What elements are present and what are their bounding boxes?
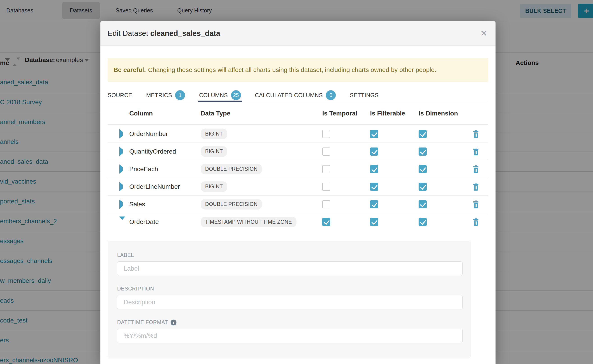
column-header: Column bbox=[129, 110, 201, 117]
modal-title-dataset-name: cleaned_sales_data bbox=[150, 29, 220, 38]
is-temporal-checkbox[interactable] bbox=[322, 165, 330, 173]
delete-column-icon[interactable] bbox=[473, 201, 488, 208]
data-type-pill: DOUBLE PRECISION bbox=[201, 199, 262, 209]
is-filterable-checkbox[interactable] bbox=[370, 130, 378, 138]
label-field-label: LABEL bbox=[117, 252, 463, 258]
is-filterable-header: Is Filterable bbox=[370, 110, 419, 117]
delete-column-icon[interactable] bbox=[473, 218, 488, 226]
table-row: Sales DOUBLE PRECISION bbox=[108, 195, 488, 213]
edit-dataset-modal: Edit Dataset cleaned_sales_data ✕ Be car… bbox=[100, 21, 495, 364]
is-temporal-checkbox[interactable] bbox=[322, 183, 330, 191]
tab-columns[interactable]: COLUMNS 25 bbox=[199, 89, 241, 102]
column-name: OrderNumber bbox=[129, 130, 201, 137]
table-row: OrderNumber BIGINT bbox=[108, 125, 488, 143]
tab-settings[interactable]: SETTINGS bbox=[350, 89, 378, 102]
modal-title-prefix: Edit Dataset bbox=[108, 29, 150, 38]
close-icon[interactable]: ✕ bbox=[479, 28, 488, 39]
modal-header: Edit Dataset cleaned_sales_data ✕ bbox=[100, 21, 495, 46]
table-row: OrderLineNumber BIGINT bbox=[108, 178, 488, 195]
expand-caret-icon[interactable] bbox=[119, 167, 123, 171]
is-dimension-header: Is Dimension bbox=[419, 110, 466, 117]
data-type-pill: BIGINT bbox=[201, 146, 227, 157]
columns-table: Column Data Type Is Temporal Is Filterab… bbox=[108, 102, 488, 231]
data-type-pill: BIGINT bbox=[201, 129, 227, 139]
tab-metrics[interactable]: METRICS 1 bbox=[146, 89, 185, 102]
table-row-expanded: OrderDate TIMESTAMP WITHOUT TIME ZONE bbox=[108, 213, 488, 231]
description-input[interactable] bbox=[117, 295, 463, 309]
label-text: DATETIME FORMAT bbox=[117, 319, 168, 325]
tab-label: COLUMNS bbox=[199, 92, 228, 98]
delete-column-icon[interactable] bbox=[473, 148, 488, 155]
label-input[interactable] bbox=[117, 261, 463, 276]
column-name: QuantityOrdered bbox=[129, 148, 201, 155]
tab-label: METRICS bbox=[146, 92, 172, 98]
data-type-pill: BIGINT bbox=[201, 181, 227, 192]
is-dimension-checkbox[interactable] bbox=[419, 165, 427, 173]
is-dimension-checkbox[interactable] bbox=[419, 183, 427, 191]
delete-column-icon[interactable] bbox=[473, 165, 488, 173]
columns-table-header: Column Data Type Is Temporal Is Filterab… bbox=[108, 102, 488, 125]
is-filterable-checkbox[interactable] bbox=[370, 165, 378, 173]
is-dimension-checkbox[interactable] bbox=[419, 130, 427, 138]
tab-label: CALCULATED COLUMNS bbox=[255, 92, 323, 98]
tab-label: SOURCE bbox=[108, 92, 132, 98]
expand-caret-icon[interactable] bbox=[119, 132, 123, 136]
is-temporal-checkbox[interactable] bbox=[322, 200, 330, 208]
is-temporal-checkbox[interactable] bbox=[322, 130, 330, 138]
is-dimension-checkbox[interactable] bbox=[419, 200, 427, 208]
is-dimension-checkbox[interactable] bbox=[419, 148, 427, 156]
column-name: Sales bbox=[129, 201, 201, 208]
is-filterable-checkbox[interactable] bbox=[370, 148, 378, 156]
tab-count-badge: 1 bbox=[175, 90, 185, 100]
column-name: OrderDate bbox=[129, 218, 201, 226]
is-temporal-checkbox[interactable] bbox=[322, 148, 330, 156]
warning-text: Changing these settings will affect all … bbox=[148, 66, 436, 73]
modal-body: Be careful.Changing these settings will … bbox=[100, 58, 495, 358]
tab-count-badge: 0 bbox=[326, 90, 336, 100]
collapse-caret-icon[interactable] bbox=[119, 220, 125, 224]
expand-caret-icon[interactable] bbox=[119, 185, 123, 189]
info-icon[interactable]: i bbox=[171, 319, 177, 325]
tab-label: SETTINGS bbox=[350, 92, 378, 98]
column-name: PriceEach bbox=[129, 166, 201, 173]
tab-count-badge: 25 bbox=[231, 90, 241, 100]
data-type-header: Data Type bbox=[201, 110, 322, 117]
data-type-pill: TIMESTAMP WITHOUT TIME ZONE bbox=[201, 217, 296, 227]
description-field-label: DESCRIPTION bbox=[117, 286, 463, 292]
table-row: PriceEach DOUBLE PRECISION bbox=[108, 160, 488, 178]
delete-column-icon[interactable] bbox=[473, 183, 488, 191]
data-type-pill: DOUBLE PRECISION bbox=[201, 164, 262, 174]
is-filterable-checkbox[interactable] bbox=[370, 200, 378, 208]
is-temporal-checkbox[interactable] bbox=[322, 218, 330, 226]
table-row: QuantityOrdered BIGINT bbox=[108, 143, 488, 160]
is-filterable-checkbox[interactable] bbox=[370, 183, 378, 191]
column-name: OrderLineNumber bbox=[129, 183, 201, 190]
modal-tabs: SOURCE METRICS 1 COLUMNS 25 CALCULATED C… bbox=[108, 89, 488, 102]
datetime-format-field-label: DATETIME FORMAT i bbox=[117, 319, 463, 325]
tab-source[interactable]: SOURCE bbox=[108, 89, 132, 102]
column-detail-panel: LABEL DESCRIPTION DATETIME FORMAT i bbox=[108, 241, 470, 358]
is-dimension-checkbox[interactable] bbox=[419, 218, 427, 226]
label-text: DESCRIPTION bbox=[117, 286, 154, 292]
datetime-format-input[interactable] bbox=[117, 329, 463, 343]
is-filterable-checkbox[interactable] bbox=[370, 218, 378, 226]
expand-caret-icon[interactable] bbox=[119, 202, 123, 206]
warning-banner: Be careful.Changing these settings will … bbox=[108, 58, 488, 82]
tab-calculated-columns[interactable]: CALCULATED COLUMNS 0 bbox=[255, 89, 336, 102]
modal-title: Edit Dataset cleaned_sales_data bbox=[108, 29, 220, 38]
is-temporal-header: Is Temporal bbox=[322, 110, 370, 117]
warning-bold-text: Be careful. bbox=[113, 66, 146, 73]
label-text: LABEL bbox=[117, 252, 134, 258]
expand-caret-icon[interactable] bbox=[119, 150, 123, 154]
delete-column-icon[interactable] bbox=[473, 130, 488, 138]
